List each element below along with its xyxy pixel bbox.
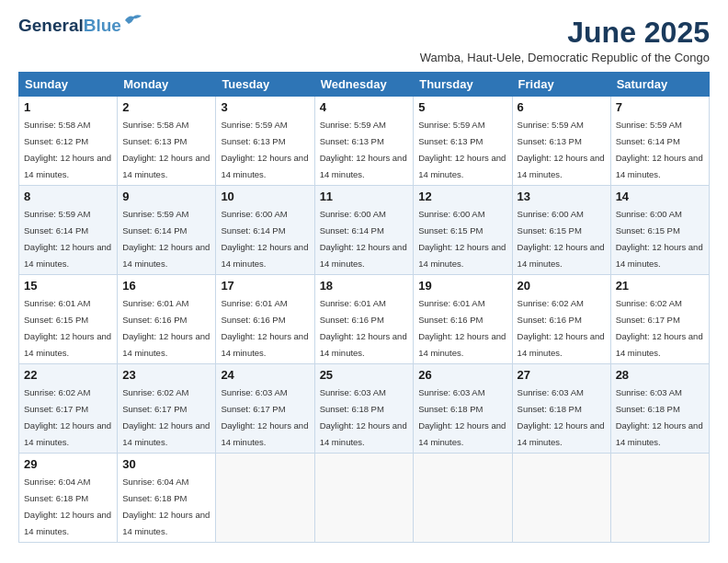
day-number: 8 <box>24 190 112 203</box>
day-number: 18 <box>320 279 409 293</box>
day-cell-29: 29 Sunrise: 6:04 AMSunset: 6:18 PMDaylig… <box>19 454 118 543</box>
day-number: 30 <box>122 457 210 471</box>
title-area: June 2025 Wamba, Haut-Uele, Democratic R… <box>420 17 710 64</box>
day-info: Sunrise: 6:00 AMSunset: 6:14 PMDaylight:… <box>320 209 407 269</box>
day-cell-12: 12 Sunrise: 6:00 AMSunset: 6:15 PMDaylig… <box>414 186 512 275</box>
day-info: Sunrise: 6:00 AMSunset: 6:15 PMDaylight:… <box>518 209 605 269</box>
day-cell-22: 22 Sunrise: 6:02 AMSunset: 6:17 PMDaylig… <box>19 364 118 454</box>
day-cell-19: 19 Sunrise: 6:01 AMSunset: 6:16 PMDaylig… <box>414 275 512 364</box>
day-info: Sunrise: 5:59 AMSunset: 6:14 PMDaylight:… <box>24 209 111 269</box>
day-cell-23: 23 Sunrise: 6:02 AMSunset: 6:17 PMDaylig… <box>118 364 216 454</box>
day-cell-5: 5 Sunrise: 5:59 AMSunset: 6:13 PMDayligh… <box>414 97 512 186</box>
week-row-3: 15 Sunrise: 6:01 AMSunset: 6:15 PMDaylig… <box>19 275 710 364</box>
day-info: Sunrise: 6:03 AMSunset: 6:18 PMDaylight:… <box>616 387 703 447</box>
calendar: SundayMondayTuesdayWednesdayThursdayFrid… <box>18 72 710 543</box>
day-number: 27 <box>518 368 606 382</box>
day-info: Sunrise: 6:02 AMSunset: 6:17 PMDaylight:… <box>122 387 210 447</box>
empty-cell <box>610 454 709 543</box>
day-number: 29 <box>24 457 112 471</box>
header: GeneralBlue June 2025 Wamba, Haut-Uele, … <box>18 17 710 64</box>
day-number: 28 <box>616 368 704 382</box>
day-cell-15: 15 Sunrise: 6:01 AMSunset: 6:15 PMDaylig… <box>19 275 118 364</box>
header-row: SundayMondayTuesdayWednesdayThursdayFrid… <box>19 73 710 97</box>
day-info: Sunrise: 6:01 AMSunset: 6:16 PMDaylight:… <box>418 298 506 358</box>
day-info: Sunrise: 6:01 AMSunset: 6:16 PMDaylight:… <box>221 298 308 358</box>
day-info: Sunrise: 6:00 AMSunset: 6:15 PMDaylight:… <box>616 209 703 269</box>
day-cell-10: 10 Sunrise: 6:00 AMSunset: 6:14 PMDaylig… <box>216 186 314 275</box>
week-row-4: 22 Sunrise: 6:02 AMSunset: 6:17 PMDaylig… <box>19 364 710 454</box>
day-info: Sunrise: 5:58 AMSunset: 6:13 PMDaylight:… <box>122 120 210 179</box>
day-number: 25 <box>320 368 409 382</box>
day-number: 10 <box>221 190 309 203</box>
day-number: 26 <box>418 368 506 382</box>
day-number: 16 <box>122 279 210 293</box>
day-info: Sunrise: 5:59 AMSunset: 6:13 PMDaylight:… <box>221 120 308 179</box>
logo: GeneralBlue <box>18 17 143 35</box>
day-cell-3: 3 Sunrise: 5:59 AMSunset: 6:13 PMDayligh… <box>216 97 314 186</box>
day-cell-9: 9 Sunrise: 5:59 AMSunset: 6:14 PMDayligh… <box>118 186 216 275</box>
day-number: 24 <box>221 368 309 382</box>
logo-blue: Blue <box>84 16 121 35</box>
day-cell-4: 4 Sunrise: 5:59 AMSunset: 6:13 PMDayligh… <box>314 97 414 186</box>
col-header-tuesday: Tuesday <box>216 73 314 97</box>
day-cell-14: 14 Sunrise: 6:00 AMSunset: 6:15 PMDaylig… <box>610 186 709 275</box>
day-info: Sunrise: 6:00 AMSunset: 6:15 PMDaylight:… <box>418 209 506 269</box>
day-cell-6: 6 Sunrise: 5:59 AMSunset: 6:13 PMDayligh… <box>512 97 610 186</box>
day-number: 21 <box>616 279 704 293</box>
day-cell-2: 2 Sunrise: 5:58 AMSunset: 6:13 PMDayligh… <box>118 97 216 186</box>
day-cell-26: 26 Sunrise: 6:03 AMSunset: 6:18 PMDaylig… <box>414 364 512 454</box>
col-header-wednesday: Wednesday <box>314 73 414 97</box>
day-info: Sunrise: 6:03 AMSunset: 6:18 PMDaylight:… <box>418 387 506 447</box>
day-info: Sunrise: 5:59 AMSunset: 6:13 PMDaylight:… <box>418 120 506 179</box>
week-row-1: 1 Sunrise: 5:58 AMSunset: 6:12 PMDayligh… <box>19 97 710 186</box>
day-cell-24: 24 Sunrise: 6:03 AMSunset: 6:17 PMDaylig… <box>216 364 314 454</box>
day-number: 13 <box>518 190 606 203</box>
day-cell-20: 20 Sunrise: 6:02 AMSunset: 6:16 PMDaylig… <box>512 275 610 364</box>
day-info: Sunrise: 6:02 AMSunset: 6:17 PMDaylight:… <box>24 387 111 447</box>
day-number: 9 <box>122 190 210 203</box>
day-number: 14 <box>616 190 704 203</box>
day-cell-21: 21 Sunrise: 6:02 AMSunset: 6:17 PMDaylig… <box>610 275 709 364</box>
day-number: 19 <box>418 279 506 293</box>
day-number: 4 <box>320 100 409 114</box>
day-number: 22 <box>24 368 112 382</box>
day-info: Sunrise: 6:03 AMSunset: 6:18 PMDaylight:… <box>518 387 605 447</box>
day-number: 2 <box>122 100 210 114</box>
day-cell-7: 7 Sunrise: 5:59 AMSunset: 6:14 PMDayligh… <box>610 97 709 186</box>
day-info: Sunrise: 6:02 AMSunset: 6:17 PMDaylight:… <box>616 298 703 358</box>
day-info: Sunrise: 6:03 AMSunset: 6:18 PMDaylight:… <box>320 387 407 447</box>
day-cell-11: 11 Sunrise: 6:00 AMSunset: 6:14 PMDaylig… <box>314 186 414 275</box>
day-info: Sunrise: 6:00 AMSunset: 6:14 PMDaylight:… <box>221 209 308 269</box>
logo-text: GeneralBlue <box>18 17 121 35</box>
day-cell-30: 30 Sunrise: 6:04 AMSunset: 6:18 PMDaylig… <box>118 454 216 543</box>
day-info: Sunrise: 6:01 AMSunset: 6:16 PMDaylight:… <box>320 298 407 358</box>
day-info: Sunrise: 6:04 AMSunset: 6:18 PMDaylight:… <box>122 477 210 536</box>
day-cell-16: 16 Sunrise: 6:01 AMSunset: 6:16 PMDaylig… <box>118 275 216 364</box>
empty-cell <box>512 454 610 543</box>
day-number: 20 <box>518 279 606 293</box>
day-info: Sunrise: 5:59 AMSunset: 6:14 PMDaylight:… <box>616 120 703 179</box>
empty-cell <box>314 454 414 543</box>
day-info: Sunrise: 6:03 AMSunset: 6:17 PMDaylight:… <box>221 387 308 447</box>
day-info: Sunrise: 6:04 AMSunset: 6:18 PMDaylight:… <box>24 477 111 536</box>
day-info: Sunrise: 5:59 AMSunset: 6:14 PMDaylight:… <box>122 209 210 269</box>
day-info: Sunrise: 6:01 AMSunset: 6:16 PMDaylight:… <box>122 298 210 358</box>
page: GeneralBlue June 2025 Wamba, Haut-Uele, … <box>0 0 728 563</box>
day-cell-1: 1 Sunrise: 5:58 AMSunset: 6:12 PMDayligh… <box>19 97 118 186</box>
day-number: 7 <box>616 100 704 114</box>
day-number: 6 <box>518 100 606 114</box>
day-info: Sunrise: 6:02 AMSunset: 6:16 PMDaylight:… <box>518 298 605 358</box>
empty-cell <box>414 454 512 543</box>
day-info: Sunrise: 5:58 AMSunset: 6:12 PMDaylight:… <box>24 120 111 179</box>
subtitle: Wamba, Haut-Uele, Democratic Republic of… <box>420 51 710 64</box>
day-cell-27: 27 Sunrise: 6:03 AMSunset: 6:18 PMDaylig… <box>512 364 610 454</box>
day-number: 12 <box>418 190 506 203</box>
day-number: 1 <box>24 100 112 114</box>
day-number: 5 <box>418 100 506 114</box>
day-number: 15 <box>24 279 112 293</box>
week-row-2: 8 Sunrise: 5:59 AMSunset: 6:14 PMDayligh… <box>19 186 710 275</box>
day-cell-28: 28 Sunrise: 6:03 AMSunset: 6:18 PMDaylig… <box>610 364 709 454</box>
day-cell-25: 25 Sunrise: 6:03 AMSunset: 6:18 PMDaylig… <box>314 364 414 454</box>
col-header-friday: Friday <box>512 73 610 97</box>
day-info: Sunrise: 6:01 AMSunset: 6:15 PMDaylight:… <box>24 298 111 358</box>
